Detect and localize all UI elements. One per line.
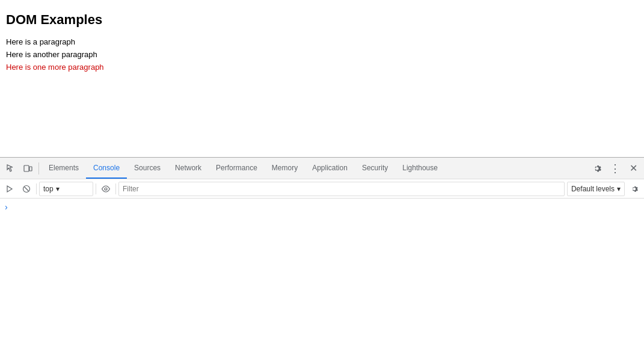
clear-console-icon[interactable] [19,182,34,196]
tab-sources[interactable]: Sources [127,158,168,179]
console-separator-1 [36,184,37,194]
device-toolbar-icon[interactable] [19,160,36,177]
paragraph-1: Here is a paragraph [6,36,638,49]
levels-label: Default levels [571,185,615,193]
devtools-panel: Elements Console Sources Network Perform… [0,157,644,361]
console-prompt: › [5,201,639,213]
devtools-tabs: Elements Console Sources Network Perform… [41,158,589,179]
tab-network[interactable]: Network [168,158,209,179]
console-toolbar: top ▾ Default levels ▾ [0,179,644,199]
live-expressions-icon[interactable] [99,182,113,196]
devtools-settings-icon[interactable] [589,160,606,177]
devtools-right-icons: ⋮ ✕ [589,160,642,177]
tab-performance[interactable]: Performance [209,158,265,179]
tab-application[interactable]: Application [305,158,355,179]
paragraph-2: Here is another paragraph [6,49,638,61]
devtools-close-icon[interactable]: ✕ [625,160,642,177]
tab-memory[interactable]: Memory [265,158,305,179]
console-output: › [0,199,644,361]
context-arrow: ▾ [56,185,60,193]
tab-elements[interactable]: Elements [41,158,86,179]
console-separator-2 [96,184,96,194]
inspect-element-icon[interactable] [2,160,19,177]
devtools-toolbar: Elements Console Sources Network Perform… [0,158,644,179]
svg-point-5 [105,188,107,190]
levels-selector[interactable]: Default levels ▾ [567,182,625,196]
tab-console[interactable]: Console [86,158,127,179]
prompt-arrow: › [5,202,8,212]
svg-rect-1 [29,167,32,171]
svg-rect-0 [24,165,29,171]
devtools-more-icon[interactable]: ⋮ [607,160,624,177]
page-title: DOM Examples [6,12,638,28]
svg-marker-2 [7,186,12,192]
context-selector[interactable]: top ▾ [39,182,93,196]
console-execute-icon[interactable] [2,182,17,196]
levels-arrow: ▾ [617,185,621,193]
filter-input-wrapper[interactable] [118,182,565,196]
toolbar-separator [38,162,39,174]
paragraph-3: Here is one more paragraph [6,61,638,74]
filter-input[interactable] [123,185,560,193]
tab-security[interactable]: Security [355,158,395,179]
tab-lighthouse[interactable]: Lighthouse [395,158,445,179]
page-content: DOM Examples Here is a paragraph Here is… [0,0,644,126]
console-settings-icon[interactable] [627,182,642,196]
context-value: top [43,185,54,193]
console-separator-3 [115,184,116,194]
svg-line-4 [25,187,29,191]
